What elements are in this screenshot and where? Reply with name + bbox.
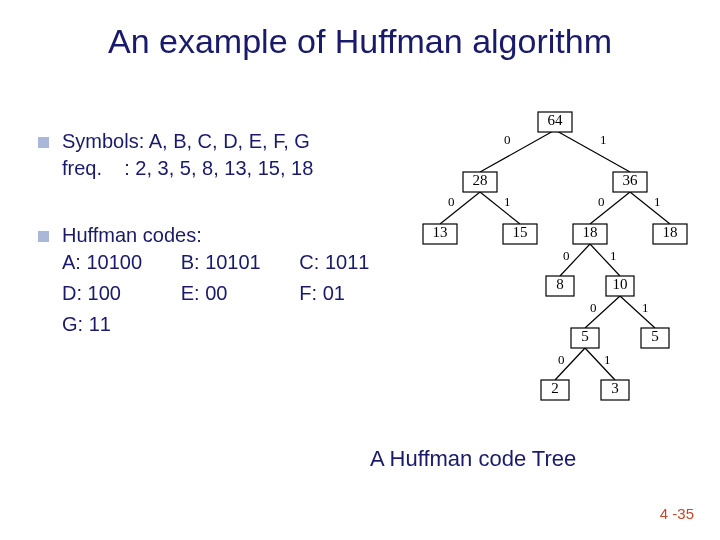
svg-text:5: 5 xyxy=(651,328,659,344)
code-c: C: 1011 xyxy=(299,249,398,276)
code-a: A: 10100 xyxy=(62,249,171,276)
edge-label: 0 xyxy=(590,300,597,315)
node-2: 2 xyxy=(541,380,569,400)
page-number: 4 -35 xyxy=(660,505,694,522)
symbols-line: Symbols: A, B, C, D, E, F, G xyxy=(62,128,398,155)
code-d: D: 100 xyxy=(62,280,171,307)
code-g: G: 11 xyxy=(62,311,398,338)
edge-label: 0 xyxy=(558,352,565,367)
svg-text:15: 15 xyxy=(513,224,528,240)
node-18b: 18 xyxy=(653,224,687,244)
node-28: 28 xyxy=(463,172,497,192)
svg-line-9 xyxy=(620,296,655,328)
svg-line-11 xyxy=(585,348,615,380)
node-64: 64 xyxy=(538,112,572,132)
svg-text:36: 36 xyxy=(623,172,639,188)
svg-text:3: 3 xyxy=(611,380,619,396)
edge-label: 0 xyxy=(563,248,570,263)
edge-label: 1 xyxy=(642,300,649,315)
svg-text:8: 8 xyxy=(556,276,564,292)
edge-label: 1 xyxy=(610,248,617,263)
node-3: 3 xyxy=(601,380,629,400)
bullet-symbols: Symbols: A, B, C, D, E, F, G freq. : 2, … xyxy=(38,128,398,182)
svg-text:5: 5 xyxy=(581,328,589,344)
svg-text:13: 13 xyxy=(433,224,448,240)
svg-line-5 xyxy=(630,192,670,224)
svg-line-4 xyxy=(590,192,630,224)
edge-label: 1 xyxy=(600,132,607,147)
svg-line-1 xyxy=(555,130,630,172)
node-10: 10 xyxy=(606,276,634,296)
node-15: 15 xyxy=(503,224,537,244)
left-column: Symbols: A, B, C, D, E, F, G freq. : 2, … xyxy=(38,128,398,378)
node-18a: 18 xyxy=(573,224,607,244)
node-13: 13 xyxy=(423,224,457,244)
svg-line-0 xyxy=(480,130,555,172)
node-5a: 5 xyxy=(571,328,599,348)
edge-label: 1 xyxy=(504,194,511,209)
edge-label: 1 xyxy=(654,194,661,209)
svg-text:28: 28 xyxy=(473,172,488,188)
svg-text:18: 18 xyxy=(583,224,598,240)
code-b: B: 10101 xyxy=(181,249,290,276)
node-8: 8 xyxy=(546,276,574,296)
slide-title: An example of Huffman algorithm xyxy=(0,22,720,61)
tree-caption: A Huffman code Tree xyxy=(370,446,576,472)
huffman-tree: 0 1 0 1 0 1 0 1 0 1 0 1 64 28 36 13 15 1… xyxy=(400,106,710,436)
bullet-icon xyxy=(38,231,49,242)
edge-label: 0 xyxy=(504,132,511,147)
node-36: 36 xyxy=(613,172,647,192)
svg-line-2 xyxy=(440,192,480,224)
edge-label: 0 xyxy=(598,194,605,209)
freq-line: freq. : 2, 3, 5, 8, 13, 15, 18 xyxy=(62,155,398,182)
bullet-icon xyxy=(38,137,49,148)
svg-text:2: 2 xyxy=(551,380,559,396)
code-f: F: 01 xyxy=(299,280,398,307)
bullet-codes: Huffman codes: A: 10100 B: 10101 C: 1011… xyxy=(38,222,398,338)
code-e: E: 00 xyxy=(181,280,290,307)
node-5b: 5 xyxy=(641,328,669,348)
svg-text:64: 64 xyxy=(548,112,564,128)
svg-text:10: 10 xyxy=(613,276,628,292)
svg-line-3 xyxy=(480,192,520,224)
edge-label: 1 xyxy=(604,352,611,367)
codes-grid: A: 10100 B: 10101 C: 1011 D: 100 E: 00 F… xyxy=(62,249,398,338)
svg-text:18: 18 xyxy=(663,224,678,240)
codes-heading: Huffman codes: xyxy=(62,222,398,249)
edge-label: 0 xyxy=(448,194,455,209)
